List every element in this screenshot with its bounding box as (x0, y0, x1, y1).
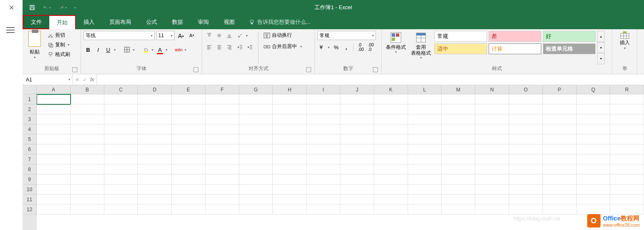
accounting-dropdown[interactable]: ▾ (327, 43, 331, 52)
cell[interactable] (577, 134, 611, 144)
style-normal[interactable]: 常规 (434, 31, 487, 42)
fill-color-button[interactable] (141, 45, 150, 54)
cell[interactable] (307, 134, 340, 144)
increase-decimal-icon[interactable]: .0.00 (356, 43, 365, 52)
cell[interactable] (104, 94, 138, 104)
column-header[interactable]: I (307, 85, 340, 94)
cell[interactable] (441, 154, 475, 164)
cell[interactable] (104, 114, 138, 124)
cell[interactable] (441, 164, 475, 174)
increase-indent-icon[interactable] (246, 43, 255, 52)
cell[interactable] (138, 185, 172, 195)
cell[interactable] (71, 104, 104, 114)
cell[interactable] (610, 114, 644, 124)
number-format-combo[interactable]: 常规▾ (317, 31, 376, 40)
comma-button[interactable]: , (342, 43, 351, 52)
cell[interactable] (577, 205, 611, 215)
cell[interactable] (205, 195, 239, 205)
cell[interactable] (374, 195, 408, 205)
cell[interactable] (441, 195, 475, 205)
cell[interactable] (71, 144, 104, 154)
column-header[interactable]: F (205, 85, 239, 94)
conditional-formatting-button[interactable]: 条件格式 ▾ (384, 31, 408, 64)
cell[interactable] (37, 174, 71, 185)
cell[interactable] (543, 164, 577, 174)
cell[interactable] (138, 205, 172, 215)
font-size-combo[interactable]: 11▾ (156, 31, 175, 40)
number-dialog-launcher[interactable] (373, 67, 378, 72)
cell[interactable] (509, 185, 543, 195)
cell[interactable] (340, 104, 374, 114)
cell[interactable] (475, 134, 509, 144)
cell[interactable] (138, 104, 172, 114)
cell[interactable] (340, 94, 374, 104)
percent-button[interactable]: % (332, 43, 341, 52)
cell[interactable] (509, 124, 543, 134)
cell[interactable] (577, 94, 611, 104)
name-box-input[interactable] (23, 77, 66, 83)
column-header[interactable]: P (543, 85, 577, 94)
cell[interactable] (138, 124, 172, 134)
cell[interactable] (273, 205, 307, 215)
cell[interactable] (307, 185, 340, 195)
cell[interactable] (205, 134, 239, 144)
cell[interactable] (104, 134, 138, 144)
cell[interactable] (340, 174, 374, 185)
cell[interactable] (340, 164, 374, 174)
cell[interactable] (239, 185, 273, 195)
cell[interactable] (307, 144, 340, 154)
cell[interactable] (172, 205, 205, 215)
cell[interactable] (408, 195, 442, 205)
orientation-dropdown[interactable]: ▾ (245, 31, 249, 40)
align-center-icon[interactable] (215, 43, 224, 52)
host-menu-icon[interactable] (6, 25, 16, 35)
cell[interactable] (475, 94, 509, 104)
cell[interactable] (509, 144, 543, 154)
cell[interactable] (138, 174, 172, 185)
cell[interactable] (104, 205, 138, 215)
column-header[interactable]: N (475, 85, 509, 94)
cell[interactable] (239, 124, 273, 134)
row-header[interactable]: 10 (23, 185, 37, 195)
cell[interactable] (509, 195, 543, 205)
cell[interactable] (340, 134, 374, 144)
cell[interactable] (37, 134, 71, 144)
column-header[interactable]: H (273, 85, 307, 94)
cell[interactable] (307, 174, 340, 185)
row-header[interactable]: 3 (23, 114, 37, 124)
cell[interactable] (577, 144, 611, 154)
cell[interactable] (273, 185, 307, 195)
cell[interactable] (307, 154, 340, 164)
cell[interactable] (475, 154, 509, 164)
cell[interactable] (138, 195, 172, 205)
cell[interactable] (172, 94, 205, 104)
cell[interactable] (374, 164, 408, 174)
cell[interactable] (104, 174, 138, 185)
cell[interactable] (543, 124, 577, 134)
cell[interactable] (273, 94, 307, 104)
font-color-button[interactable]: A (155, 45, 165, 54)
cell[interactable] (408, 134, 442, 144)
tab-review[interactable]: 审阅 (190, 15, 216, 29)
cell[interactable] (441, 185, 475, 195)
insert-cells-button[interactable]: 插入 ▾ (616, 31, 634, 64)
cell[interactable] (239, 174, 273, 185)
phonetic-button[interactable]: wén (174, 45, 183, 54)
cell[interactable] (205, 205, 239, 215)
cell[interactable] (475, 185, 509, 195)
cell[interactable] (374, 134, 408, 144)
cell[interactable] (475, 124, 509, 134)
format-painter-button[interactable]: 格式刷 (46, 50, 72, 59)
cell[interactable] (408, 124, 442, 134)
paste-button[interactable]: 粘贴 ▾ (25, 31, 44, 64)
cell[interactable] (475, 205, 509, 215)
cell[interactable] (172, 174, 205, 185)
cell[interactable] (138, 154, 172, 164)
cell[interactable] (205, 185, 239, 195)
style-bad[interactable]: 差 (489, 31, 541, 42)
cell[interactable] (307, 94, 340, 104)
cell[interactable] (104, 185, 138, 195)
tab-page-layout[interactable]: 页面布局 (102, 15, 139, 29)
row-header[interactable]: 5 (23, 134, 37, 144)
cell[interactable] (205, 124, 239, 134)
